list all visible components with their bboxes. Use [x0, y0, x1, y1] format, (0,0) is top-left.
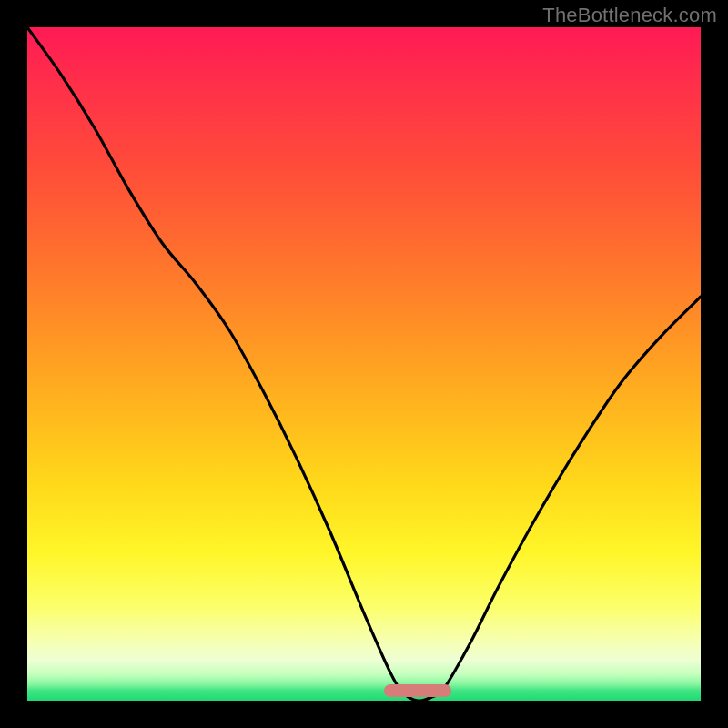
optimal-range-marker — [384, 684, 451, 697]
curve-path — [27, 27, 701, 701]
bottleneck-curve — [27, 27, 701, 701]
chart-frame: TheBottleneck.com — [0, 0, 728, 728]
plot-area — [27, 27, 701, 701]
watermark-text: TheBottleneck.com — [542, 4, 717, 27]
